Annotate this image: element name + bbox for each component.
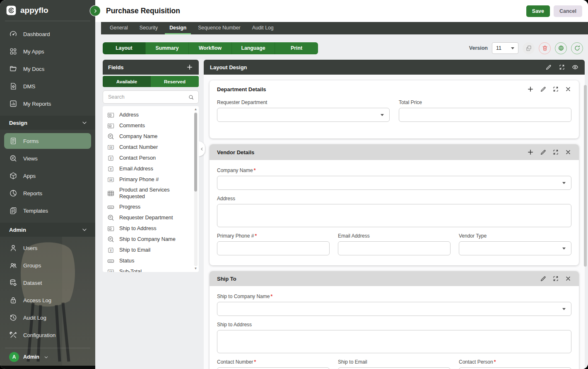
resize-icon[interactable] [552,149,559,155]
field-item-status[interactable]: Status [107,255,190,266]
version-select[interactable]: 11 [492,42,518,54]
publish-button[interactable] [555,42,567,54]
contact-number-input[interactable] [217,367,330,369]
resize-icon[interactable] [559,64,565,70]
total-price-input[interactable] [399,108,571,122]
sidebar-item-dashboard[interactable]: Dashboard [0,25,95,43]
sidebar-item-dataset[interactable]: Dataset [0,274,95,291]
search-input[interactable] [107,94,188,100]
resize-icon[interactable] [552,86,559,92]
scroll-thumb[interactable] [194,113,197,192]
layout-design-panel: Layout Design Department DetailsRequeste… [204,60,585,369]
tab-available[interactable]: Available [103,76,151,87]
add-icon[interactable] [527,85,534,93]
sidebar-item-audit-log[interactable]: Audit Log [0,309,95,326]
close-icon[interactable] [565,149,571,155]
close-icon[interactable] [565,86,571,92]
sidebar-item-my-docs[interactable]: My Docs [0,60,95,78]
subtab-language[interactable]: Language [232,42,275,54]
sidebar-item-dms[interactable]: DMS [0,78,95,95]
primary-phone-input[interactable] [217,241,330,255]
scroll-up-icon[interactable]: ▲ [194,107,198,112]
user-icon [9,244,17,252]
sidebar-item-configuration[interactable]: Configuration [0,326,95,344]
scroll-track[interactable] [194,112,198,266]
add-icon[interactable] [527,148,534,156]
delete-version-button[interactable] [539,42,551,54]
resize-icon[interactable] [552,275,559,282]
cancel-button[interactable]: Cancel [554,5,582,17]
company-name-select[interactable] [217,176,571,190]
tab-design[interactable]: Design [165,22,191,34]
field-item-sub-total[interactable]: 12Sub-Total [107,266,190,272]
field-item-progress[interactable]: Progress [107,201,190,212]
canvas-body: Department DetailsRequester DepartmentTo… [204,75,585,369]
svg-text:12: 12 [109,178,113,181]
save-button[interactable]: Save [526,5,550,17]
field-item-ship-to-address[interactable]: Ship to Address [107,223,190,234]
version-value: 11 [496,45,501,51]
sidebar-item-templates[interactable]: Templates [0,202,95,219]
field-item-company-name[interactable]: Company Name [107,131,190,142]
copy-icon [525,45,532,51]
contact-person-input[interactable] [459,367,571,369]
field-item-ship-to-company-name[interactable]: Ship to Company Name [107,234,190,245]
tab-general[interactable]: General [105,22,133,34]
sidebar-item-my-reports[interactable]: My Reports [0,95,95,112]
field-item-primary-phone[interactable]: 12Primary Phone # [107,174,190,185]
field-item-ship-to-email[interactable]: TShip to Email [107,245,190,255]
field-item-email-address[interactable]: TEmail Address [107,163,190,174]
ship-to-email-input[interactable] [338,367,451,369]
field-item-product-and-services-requested[interactable]: Product and Services Requested [107,185,190,201]
requester-department-select[interactable] [217,108,390,122]
sidebar-user[interactable]: A Admin [0,348,95,366]
fields-scrollbar[interactable]: ▲ ▼ [193,107,198,271]
sidebar-item-groups[interactable]: Groups [0,257,95,274]
sidebar-item-label: Configuration [23,332,55,338]
sidebar-item-users[interactable]: Users [0,239,95,257]
sidebar-item-forms[interactable]: Forms [4,133,91,149]
section-title: Ship To [217,276,236,282]
close-icon[interactable] [565,275,571,282]
subtab-summary[interactable]: Summary [146,42,189,54]
ship-to-address-textarea[interactable] [217,330,571,353]
field-item-contact-person[interactable]: TContact Person [107,153,190,163]
edit-icon[interactable] [540,275,547,282]
edit-icon[interactable] [540,86,547,92]
tab-reserved[interactable]: Reserved [151,76,199,87]
sidebar-section-admin[interactable]: Admin [0,223,95,237]
add-field-icon[interactable] [186,63,193,71]
edit-icon[interactable] [545,64,552,70]
subtab-print[interactable]: Print [275,42,318,54]
tab-audit-log[interactable]: Audit Log [248,22,278,34]
email-address-input[interactable] [338,241,451,255]
scroll-down-icon[interactable]: ▼ [194,267,198,271]
sidebar-section-design[interactable]: Design [0,116,95,130]
field-item-comments[interactable]: Comments [107,120,190,131]
sidebar-collapse-button[interactable] [90,6,100,16]
chevron-down-icon [81,226,88,233]
subtab-workflow[interactable]: Workflow [189,42,232,54]
field-item-requester-department[interactable]: Requester Department [107,212,190,223]
field-item-address[interactable]: Address [107,109,190,120]
views-icon [9,154,17,163]
sidebar-item-apps[interactable]: Apps [0,167,95,184]
sidebar-item-reports[interactable]: Reports [0,184,95,202]
subtab-layout[interactable]: Layout [103,42,146,54]
tab-sequence-number[interactable]: Sequence Number [193,22,245,34]
refresh-button[interactable] [571,42,583,54]
field-item-contact-number[interactable]: 12Contact Number [107,142,190,153]
ship-to-company-name-select[interactable] [217,302,571,316]
sidebar-item-views[interactable]: Views [0,150,95,167]
content: LayoutSummaryWorkflowLanguagePrint Versi… [95,34,588,369]
copy-version-button[interactable] [523,42,535,54]
tab-security[interactable]: Security [135,22,162,34]
vendor-type-select[interactable] [459,241,571,255]
sidebar-item-access-log[interactable]: Access Log [0,291,95,309]
field-label: Ship to Address [217,322,571,328]
edit-icon[interactable] [540,149,547,155]
preview-eye-icon[interactable] [572,64,578,70]
main-scrollbar-thumb[interactable] [584,85,587,267]
address-textarea[interactable] [217,204,571,227]
sidebar-item-my-apps[interactable]: My Apps [0,43,95,60]
